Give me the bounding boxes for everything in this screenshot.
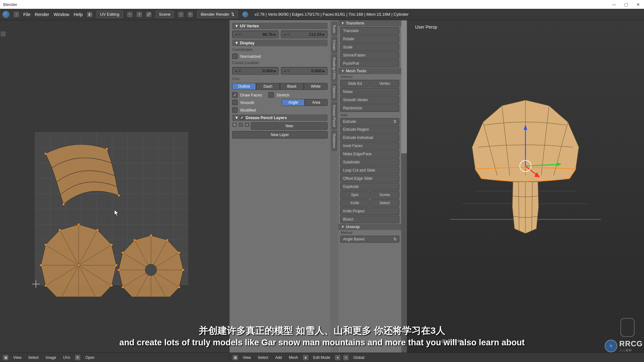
3d-viewport[interactable]: User Persp [407, 20, 644, 353]
scene-value: Scene [159, 12, 171, 17]
extrude-individual-button[interactable]: Extrude Individual [340, 134, 399, 141]
uv-vertex-header[interactable]: ▼ UV Vertex [232, 23, 328, 29]
close-button[interactable]: ✕ [635, 2, 641, 7]
scale-button[interactable]: Scale [340, 43, 399, 51]
new-gp-button[interactable]: New [251, 122, 328, 130]
svg-point-50 [45, 153, 47, 155]
extrude-dropdown[interactable]: Extrude⇅ [340, 118, 399, 125]
maximize-button[interactable]: ▢ [623, 2, 629, 7]
pivot-icon[interactable]: ⊙ [343, 355, 348, 360]
3d-mesh-menu[interactable]: Mesh [287, 355, 300, 360]
tab-grease-pencil[interactable]: Grease Pencil [331, 102, 337, 129]
tab-create[interactable]: Create [331, 37, 337, 53]
uv-open-button[interactable]: Open [83, 355, 96, 360]
uv-y-field[interactable]: ◂ Y:112.25 ▸ [281, 30, 328, 38]
add-scene-button[interactable]: + [178, 12, 183, 17]
tab-relations[interactable]: Relations [331, 131, 337, 151]
cursor-y-field[interactable]: ◂ Y:0.000 ▸ [281, 67, 328, 75]
mesh-tools-header[interactable]: ▼ Mesh Tools [338, 68, 401, 74]
svg-point-53 [63, 203, 64, 205]
mode-icon[interactable]: ◈ [303, 355, 308, 360]
smooth-checkbox[interactable] [232, 100, 238, 105]
grease-header[interactable]: ▼ Grease Pencil Layers [232, 114, 328, 121]
cursor-x-field[interactable]: ◂ X:0.000 ▸ [232, 67, 279, 75]
remove-layout-button[interactable]: ✕ [137, 12, 142, 17]
add-gp-button[interactable]: + [245, 122, 250, 127]
draw-faces-checkbox[interactable] [232, 92, 238, 98]
svg-point-34 [40, 264, 42, 266]
translate-button[interactable]: Translate [340, 27, 399, 35]
slide-vertex-button[interactable]: Vertex [370, 80, 399, 87]
angle-btn[interactable]: Angle [282, 99, 305, 106]
3d-select-menu[interactable]: Select [256, 355, 270, 360]
menu-window[interactable]: Window [53, 12, 69, 17]
bisect-button[interactable]: Bisect [340, 216, 399, 223]
engine-dropdown[interactable]: Blender Render ⇅ [197, 11, 238, 18]
shading-icon[interactable]: ● [335, 355, 340, 360]
pushpull-button[interactable]: Push/Pull [340, 60, 399, 67]
uv-view-menu[interactable]: View [11, 355, 23, 360]
layout-value: UV Editing [100, 12, 119, 17]
scene-dropdown[interactable]: Scene [156, 11, 174, 18]
editor-type-3d-icon[interactable]: ▦ [233, 355, 238, 360]
subdivide-button[interactable]: Subdivide [340, 158, 399, 166]
blender-icon[interactable] [3, 11, 9, 18]
inset-button[interactable]: Inset Faces [340, 142, 399, 150]
offset-edge-button[interactable]: Offset Edge Slide [340, 175, 399, 182]
uv-editor[interactable] [0, 20, 230, 353]
tshelf-scrollbar[interactable] [401, 20, 407, 353]
knife-select-button[interactable]: Select [370, 199, 399, 207]
area-btn[interactable]: Area [305, 99, 328, 106]
layout-dropdown[interactable]: UV Editing [97, 11, 123, 18]
rotate-button[interactable]: Rotate [340, 35, 399, 43]
duplicate-button[interactable]: Duplicate [340, 183, 399, 190]
menu-file[interactable]: File [23, 12, 31, 17]
knife-project-button[interactable]: Knife Project [340, 207, 399, 215]
menu-help[interactable]: Help [74, 12, 83, 17]
stretch-checkbox[interactable] [268, 92, 274, 98]
unwrap-method-dropdown[interactable]: Angle Based⇅ [340, 236, 399, 243]
uv-select-menu[interactable]: Select [26, 355, 41, 360]
noise-button[interactable]: Noise [340, 88, 399, 96]
make-edge-face-button[interactable]: Make Edge/Face [340, 150, 399, 158]
minimize-button[interactable]: — [611, 2, 617, 7]
uv-draw-mode[interactable]: Outline Dash Black White [232, 83, 328, 90]
randomize-button[interactable]: Randomize [340, 104, 399, 112]
scene-link-icon[interactable]: 🔗 [146, 12, 151, 17]
tab-tools[interactable]: Tools [331, 22, 337, 36]
back-to-previous-icon[interactable]: ◧ [87, 12, 92, 17]
transform-header[interactable]: ▼ Transform [338, 20, 401, 26]
unwrap-header[interactable]: ▼ Unwrap [338, 224, 401, 230]
menu-render[interactable]: Render [35, 12, 49, 17]
image-new-icon[interactable]: 🗎 [75, 355, 80, 360]
modified-checkbox[interactable] [232, 107, 238, 113]
dropper-icon[interactable]: ⁝ [238, 122, 243, 127]
normalized-checkbox[interactable] [232, 53, 238, 59]
toolshelf-toggle-icon[interactable] [1, 31, 6, 36]
uv-image-menu[interactable]: Image [44, 355, 58, 360]
info-splash-icon[interactable]: i [14, 12, 19, 17]
knife-button[interactable]: Knife [340, 199, 369, 207]
mode-dropdown[interactable]: Edit Mode [311, 355, 332, 360]
editor-type-icon[interactable]: ▦ [3, 355, 8, 360]
3d-add-menu[interactable]: Add [273, 355, 284, 360]
smooth-vertex-button[interactable]: Smooth Vertex [340, 96, 399, 104]
remove-scene-button[interactable]: ✕ [188, 12, 193, 17]
display-header[interactable]: ▼ Display [232, 40, 328, 46]
orientation-dropdown[interactable]: Global [352, 355, 366, 360]
tab-shading-uvs[interactable]: Shading / UVs [331, 54, 337, 82]
3d-view-menu[interactable]: View [241, 355, 253, 360]
slide-edge-button[interactable]: Slide Ed [340, 80, 369, 87]
spin-button[interactable]: Spin [340, 191, 369, 199]
screw-button[interactable]: Screw [370, 191, 399, 199]
new-layer-button[interactable]: New Layer [232, 131, 328, 139]
uv-uvs-menu[interactable]: UVs [61, 355, 72, 360]
pencil-icon[interactable]: ✎ [232, 122, 237, 127]
shrink-button[interactable]: Shrink/Fatten [340, 52, 399, 59]
seg-outline: Outline [232, 83, 256, 90]
tab-options[interactable]: Options [331, 83, 337, 101]
uv-x-field[interactable]: ◂ X:98.76 ▸ [232, 30, 279, 38]
add-layout-button[interactable]: + [127, 12, 132, 17]
extrude-region-button[interactable]: Extrude Region [340, 126, 399, 133]
loop-cut-button[interactable]: Loop Cut and Slide [340, 167, 399, 174]
